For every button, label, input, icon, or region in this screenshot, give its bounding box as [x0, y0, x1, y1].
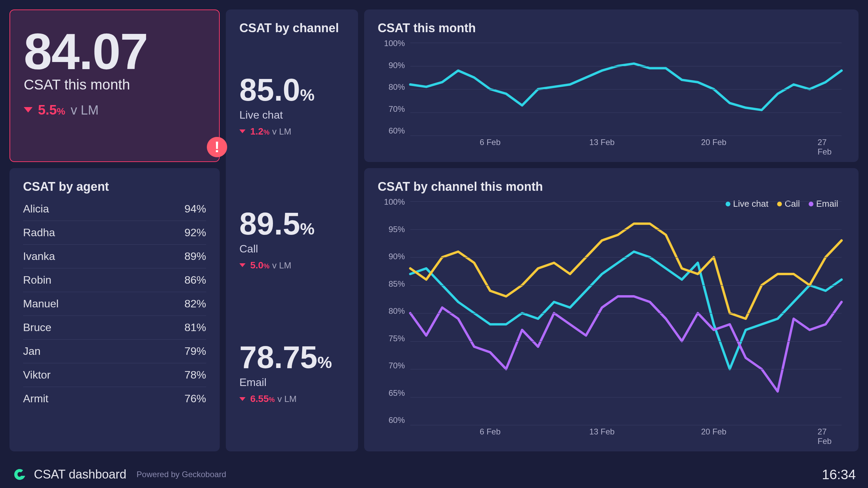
channel-label: Live chat: [239, 109, 344, 121]
channel-value: 89.5%: [239, 208, 344, 239]
down-arrow-icon: [239, 397, 245, 401]
channel-delta: 6.55%v LM: [239, 393, 344, 404]
kpi-value: 84.07: [24, 25, 205, 79]
agent-row: Alicia94%: [23, 197, 206, 221]
csat-by-agent-card: CSAT by agent Alicia94%Radha92%Ivanka89%…: [9, 168, 220, 451]
channel-value: 78.75%: [239, 342, 344, 373]
line-chart: 100%90%80%70%60% 6 Feb13 Feb20 Feb27 Feb: [378, 39, 845, 149]
agent-name: Ivanka: [23, 250, 55, 263]
agent-name: Armit: [23, 392, 48, 405]
channel-value: 85.0%: [239, 74, 344, 105]
card-title: CSAT by channel this month: [378, 180, 845, 194]
multi-line-chart: Live chatCallEmail 100%95%90%85%80%75%70…: [378, 197, 845, 439]
channel-metric: 78.75%Email6.55%v LM: [239, 306, 344, 440]
agent-value: 76%: [184, 392, 206, 405]
agent-row: Jan79%: [23, 340, 206, 363]
agent-value: 86%: [184, 274, 206, 286]
agent-name: Manuel: [23, 298, 59, 310]
channel-delta: 1.2%v LM: [239, 126, 344, 137]
agent-row: Bruce81%: [23, 316, 206, 340]
kpi-csat-month: 84.07 CSAT this month 5.5% v LM !: [9, 9, 220, 162]
csat-channel-chart-card: CSAT by channel this month Live chatCall…: [364, 168, 859, 451]
agent-value: 81%: [184, 321, 206, 334]
channel-delta: 5.0%v LM: [239, 260, 344, 271]
dashboard-footer: CSAT dashboard Powered by Geckoboard 16:…: [0, 461, 868, 488]
agent-row: Ivanka89%: [23, 245, 206, 268]
card-title: CSAT by agent: [23, 180, 206, 194]
agent-row: Viktor78%: [23, 363, 206, 387]
kpi-delta: 5.5% v LM: [24, 102, 205, 118]
alert-icon: !: [207, 137, 227, 157]
agent-value: 89%: [184, 250, 206, 263]
card-title: CSAT by channel: [239, 21, 344, 35]
agent-row: Manuel82%: [23, 292, 206, 316]
agent-name: Bruce: [23, 321, 52, 334]
agent-name: Radha: [23, 226, 55, 239]
agent-value: 78%: [184, 369, 206, 381]
channel-label: Call: [239, 243, 344, 255]
agent-name: Viktor: [23, 369, 51, 381]
agent-value: 82%: [184, 298, 206, 310]
dashboard-title: CSAT dashboard: [34, 467, 126, 482]
powered-by: Powered by Geckoboard: [137, 470, 226, 479]
clock: 16:34: [822, 467, 856, 482]
agent-value: 92%: [184, 226, 206, 239]
agent-row: Radha92%: [23, 221, 206, 245]
agent-value: 94%: [184, 203, 206, 215]
channel-metric: 89.5%Call5.0%v LM: [239, 172, 344, 306]
kpi-label: CSAT this month: [24, 77, 205, 93]
csat-by-channel-card: CSAT by channel 85.0%Live chat1.2%v LM89…: [226, 9, 358, 451]
channel-label: Email: [239, 376, 344, 389]
agent-value: 79%: [184, 345, 206, 358]
agent-row: Armit76%: [23, 387, 206, 410]
agent-name: Alicia: [23, 203, 49, 215]
agent-row: Robin86%: [23, 268, 206, 292]
down-arrow-icon: [24, 107, 33, 113]
csat-month-chart-card: CSAT this month 100%90%80%70%60% 6 Feb13…: [364, 9, 859, 162]
agent-name: Jan: [23, 345, 41, 358]
card-title: CSAT this month: [378, 21, 845, 35]
geckoboard-logo-icon: [12, 467, 27, 482]
down-arrow-icon: [239, 263, 245, 267]
channel-metric: 85.0%Live chat1.2%v LM: [239, 39, 344, 172]
agent-name: Robin: [23, 274, 52, 286]
down-arrow-icon: [239, 129, 245, 133]
